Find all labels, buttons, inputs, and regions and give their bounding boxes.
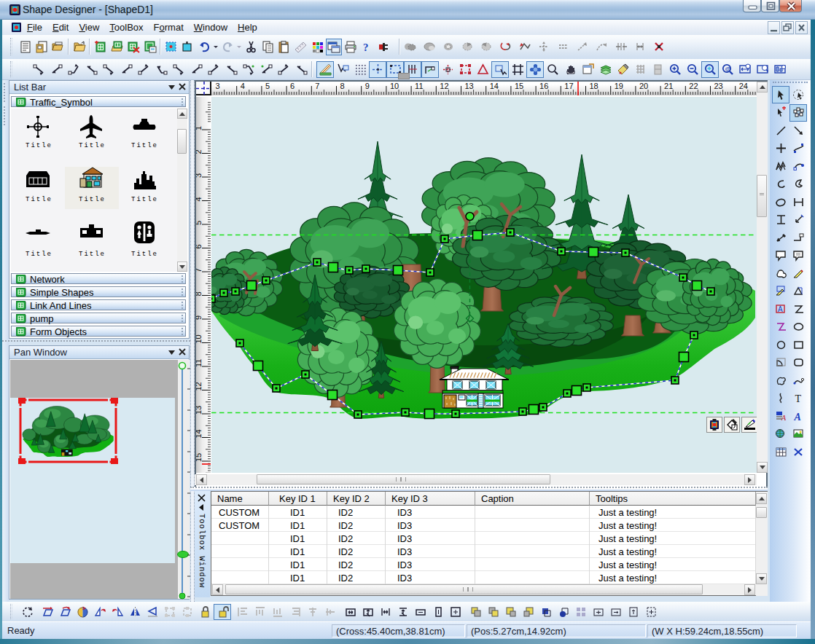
svg-text:11: 11 bbox=[196, 359, 203, 367]
svg-text:13: 13 bbox=[196, 406, 203, 415]
svg-text:1: 1 bbox=[196, 126, 203, 130]
svg-text:9: 9 bbox=[196, 315, 203, 320]
svg-text:18: 18 bbox=[590, 82, 598, 90]
svg-text:2: 2 bbox=[196, 149, 203, 154]
svg-text:12: 12 bbox=[196, 382, 203, 390]
svg-text:6: 6 bbox=[290, 82, 295, 90]
svg-text:23: 23 bbox=[714, 82, 723, 90]
svg-text:14: 14 bbox=[196, 429, 203, 438]
svg-text:13: 13 bbox=[465, 82, 474, 90]
svg-text:@: @ bbox=[725, 66, 730, 72]
svg-text:21: 21 bbox=[664, 82, 673, 90]
svg-text:11: 11 bbox=[415, 82, 423, 90]
svg-text:8: 8 bbox=[340, 82, 345, 90]
svg-text:17: 17 bbox=[564, 82, 573, 90]
svg-text:10: 10 bbox=[390, 82, 399, 90]
svg-text:4: 4 bbox=[241, 82, 245, 90]
svg-text:4: 4 bbox=[196, 197, 203, 201]
svg-text:16: 16 bbox=[539, 82, 548, 90]
svg-text:5: 5 bbox=[196, 221, 203, 225]
svg-text:A: A bbox=[793, 412, 800, 423]
svg-text:24: 24 bbox=[739, 82, 748, 90]
svg-text:T: T bbox=[795, 393, 801, 404]
svg-text:?: ? bbox=[363, 42, 369, 53]
svg-text:A: A bbox=[778, 305, 783, 313]
svg-text:A: A bbox=[781, 414, 787, 422]
svg-text:10: 10 bbox=[196, 334, 203, 343]
svg-text:8: 8 bbox=[196, 291, 203, 296]
svg-text:7: 7 bbox=[315, 82, 319, 90]
svg-text:20: 20 bbox=[639, 82, 648, 90]
svg-text:9: 9 bbox=[365, 82, 370, 90]
svg-text:22: 22 bbox=[689, 82, 698, 90]
svg-text:19: 19 bbox=[615, 82, 623, 90]
svg-text:15: 15 bbox=[515, 82, 523, 90]
svg-text:5: 5 bbox=[265, 82, 270, 90]
svg-text:6: 6 bbox=[196, 244, 203, 248]
svg-text:3: 3 bbox=[216, 82, 220, 90]
svg-text:3: 3 bbox=[196, 173, 203, 178]
svg-text:15: 15 bbox=[196, 453, 203, 462]
svg-text:12: 12 bbox=[440, 82, 448, 90]
svg-text:7: 7 bbox=[196, 268, 203, 272]
svg-text:14: 14 bbox=[490, 82, 499, 90]
